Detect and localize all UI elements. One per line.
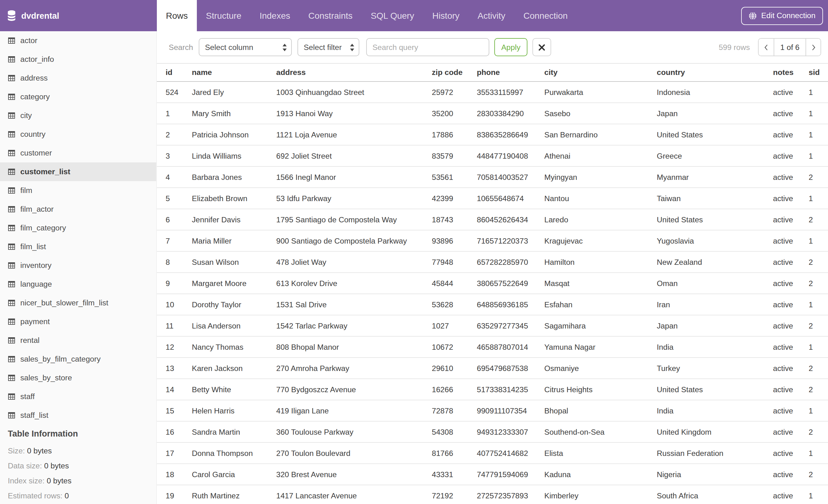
tab-constraints[interactable]: Constraints xyxy=(299,0,362,31)
cell-address: 270 Toulon Boulevard xyxy=(276,443,432,464)
cell-sid: 1 xyxy=(809,400,828,421)
sidebar-item-country[interactable]: country xyxy=(0,125,156,144)
sidebar-item-payment[interactable]: payment xyxy=(0,312,156,331)
column-header-id[interactable]: id xyxy=(157,63,192,82)
cell-city: Laredo xyxy=(544,209,657,230)
table-row[interactable]: 17Donna Thompson270 Toulon Boulevard8176… xyxy=(157,443,828,464)
sidebar-item-address[interactable]: address xyxy=(0,69,156,87)
column-header-address[interactable]: address xyxy=(276,63,432,82)
cell-zip-code: 29610 xyxy=(432,358,477,379)
tab-sql-query[interactable]: SQL Query xyxy=(362,0,423,31)
sidebar-item-customer[interactable]: customer xyxy=(0,144,156,163)
page-indicator: 1 of 6 xyxy=(774,39,805,56)
table-name-label: sales_by_film_category xyxy=(20,355,100,364)
x-icon xyxy=(538,43,545,51)
table-row[interactable]: 19Ruth Martinez1417 Lancaster Avenue7219… xyxy=(157,485,828,504)
table-row[interactable]: 13Karen Jackson270 Amroha Parkway2961069… xyxy=(157,358,828,379)
tab-rows[interactable]: Rows xyxy=(157,0,197,31)
cell-city: Masqat xyxy=(544,273,657,294)
layout: actoractor_infoaddresscategorycitycountr… xyxy=(0,31,828,504)
sidebar-item-inventory[interactable]: inventory xyxy=(0,256,156,275)
cell-phone: 705814003527 xyxy=(477,167,544,188)
info-label: Estimated rows: xyxy=(8,492,63,500)
clear-search-button[interactable] xyxy=(532,38,551,56)
cell-address: 1531 Sal Drive xyxy=(276,294,432,315)
filter-select[interactable]: Select filter xyxy=(297,38,359,56)
sidebar-item-city[interactable]: city xyxy=(0,106,156,125)
column-header-country[interactable]: country xyxy=(657,63,773,82)
column-header-sid[interactable]: sid xyxy=(809,63,828,82)
table-row[interactable]: 3Linda Williams692 Joliet Street83579448… xyxy=(157,145,828,167)
column-header-zip-code[interactable]: zip code xyxy=(432,63,477,82)
cell-name: Maria Miller xyxy=(192,230,276,251)
table-row[interactable]: 7Maria Miller900 Santiago de Compostela … xyxy=(157,230,828,251)
sidebar-item-sales_by_store[interactable]: sales_by_store xyxy=(0,368,156,387)
edit-connection-button[interactable]: Edit Connection xyxy=(741,7,823,25)
prev-page-button[interactable] xyxy=(759,39,774,56)
cell-id: 2 xyxy=(157,124,192,145)
column-header-phone[interactable]: phone xyxy=(477,63,544,82)
table-row[interactable]: 5Elizabeth Brown53 Idfu Parkway423991065… xyxy=(157,188,828,209)
column-header-city[interactable]: city xyxy=(544,63,657,82)
next-page-button[interactable] xyxy=(805,39,821,56)
sidebar-item-nicer_but_slower_film_list[interactable]: nicer_but_slower_film_list xyxy=(0,293,156,312)
sidebar-item-customer_list[interactable]: customer_list xyxy=(0,163,156,181)
cell-name: Elizabeth Brown xyxy=(192,188,276,209)
cell-id: 5 xyxy=(157,188,192,209)
tab-structure[interactable]: Structure xyxy=(197,0,251,31)
sidebar-item-staff[interactable]: staff xyxy=(0,387,156,406)
table-row[interactable]: 11Lisa Anderson1542 Tarlac Parkway102763… xyxy=(157,315,828,336)
table-row[interactable]: 8Susan Wilson478 Joliet Way7794865728228… xyxy=(157,251,828,273)
table-row[interactable]: 10Dorothy Taylor1531 Sal Drive5362864885… xyxy=(157,294,828,315)
table-row[interactable]: 9Margaret Moore613 Korolev Drive45844380… xyxy=(157,273,828,294)
tab-connection[interactable]: Connection xyxy=(514,0,577,31)
cell-phone: 465887807014 xyxy=(477,336,544,358)
sidebar-item-staff_list[interactable]: staff_list xyxy=(0,406,156,425)
cell-country: Russian Federation xyxy=(657,443,773,464)
sidebar-item-film_list[interactable]: film_list xyxy=(0,237,156,256)
cell-notes: active xyxy=(773,103,809,124)
sidebar-item-actor_info[interactable]: actor_info xyxy=(0,50,156,69)
sidebar-item-category[interactable]: category xyxy=(0,87,156,106)
cell-address: 692 Joliet Street xyxy=(276,145,432,167)
table-row[interactable]: 18Carol Garcia320 Brest Avenue4333174779… xyxy=(157,464,828,485)
table-row[interactable]: 15Helen Harris419 Iligan Lane72878990911… xyxy=(157,400,828,421)
column-select[interactable]: Select column xyxy=(199,38,292,56)
sidebar-item-film[interactable]: film xyxy=(0,181,156,200)
sidebar-item-film_category[interactable]: film_category xyxy=(0,219,156,237)
sidebar-item-language[interactable]: language xyxy=(0,275,156,293)
table-row[interactable]: 1Mary Smith1913 Hanoi Way352002830338429… xyxy=(157,103,828,124)
cell-zip-code: 53561 xyxy=(432,167,477,188)
tab-indexes[interactable]: Indexes xyxy=(251,0,299,31)
column-select-value: Select column xyxy=(205,43,253,51)
info-label: Data size: xyxy=(8,462,42,470)
cell-name: Sandra Martin xyxy=(192,421,276,443)
table-row[interactable]: 16Sandra Martin360 Toulouse Parkway54308… xyxy=(157,421,828,443)
tab-history[interactable]: History xyxy=(423,0,468,31)
table-row[interactable]: 4Barbara Jones1566 Inegl Manor5356170581… xyxy=(157,167,828,188)
table-row[interactable]: 14Betty White770 Bydgoszcz Avenue1626651… xyxy=(157,379,828,400)
sidebar-item-film_actor[interactable]: film_actor xyxy=(0,200,156,219)
table-name-label: actor xyxy=(20,36,38,45)
apply-button[interactable]: Apply xyxy=(494,38,528,56)
tab-activity[interactable]: Activity xyxy=(469,0,514,31)
cell-country: India xyxy=(657,400,773,421)
sidebar-item-sales_by_film_category[interactable]: sales_by_film_category xyxy=(0,350,156,368)
search-query-input[interactable] xyxy=(366,38,489,56)
table-icon xyxy=(8,281,15,287)
cell-phone: 648856936185 xyxy=(477,294,544,315)
table-row[interactable]: 2Patricia Johnson1121 Loja Avenue1788683… xyxy=(157,124,828,145)
table-row[interactable]: 6Jennifer Davis1795 Santiago de Composte… xyxy=(157,209,828,230)
sidebar-item-actor[interactable]: actor xyxy=(0,31,156,50)
info-value: 0 bytes xyxy=(27,447,52,455)
cell-country: United Kingdom xyxy=(657,421,773,443)
cell-country: South Africa xyxy=(657,485,773,504)
cell-zip-code: 54308 xyxy=(432,421,477,443)
sidebar-item-rental[interactable]: rental xyxy=(0,331,156,350)
column-header-name[interactable]: name xyxy=(192,63,276,82)
table-row[interactable]: 12Nancy Thomas808 Bhopal Manor1067246588… xyxy=(157,336,828,358)
table-row[interactable]: 524Jared Ely1003 Qinhuangdao Street25972… xyxy=(157,82,828,103)
cell-country: Nigeria xyxy=(657,464,773,485)
cell-phone: 716571220373 xyxy=(477,230,544,251)
column-header-notes[interactable]: notes xyxy=(773,63,809,82)
